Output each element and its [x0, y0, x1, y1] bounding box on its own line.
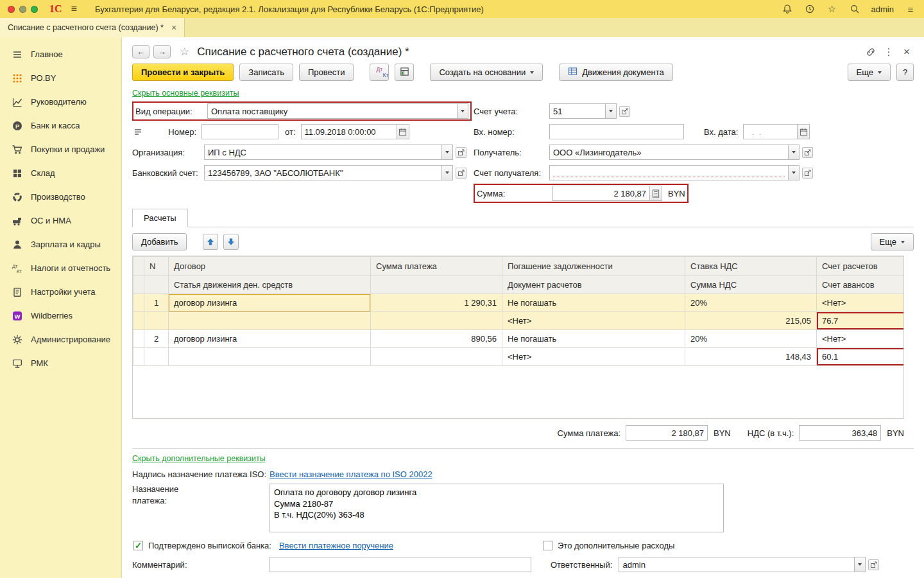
history-icon[interactable]: [804, 3, 816, 15]
col-vat-rate[interactable]: Ставка НДС: [685, 257, 817, 276]
operation-dropdown-button[interactable]: [458, 103, 468, 119]
bank-account-dropdown-button[interactable]: [442, 165, 453, 180]
cell-vat-amount[interactable]: 215,05: [685, 312, 817, 330]
window-close-button[interactable]: [8, 6, 15, 13]
hide-main-requisites-link[interactable]: Скрыть основные реквизиты: [132, 89, 239, 98]
cell-settlement-account[interactable]: <Нет>: [817, 294, 905, 312]
date-calendar-button[interactable]: [397, 124, 409, 139]
cell-advance-account[interactable]: 76.7: [817, 312, 905, 330]
post-button[interactable]: Провести: [299, 64, 354, 81]
responsible-field[interactable]: admin: [619, 557, 855, 572]
incoming-number-field[interactable]: [549, 124, 684, 139]
sidebar-item-purchases-sales[interactable]: Покупки и продажи: [0, 137, 121, 161]
number-settings-icon[interactable]: [132, 127, 144, 137]
cell-settlement-account[interactable]: <Нет>: [817, 330, 905, 348]
row-selector-cell[interactable]: [133, 294, 144, 312]
date-field[interactable]: 11.09.2018 0:00:00: [301, 124, 397, 139]
add-row-button[interactable]: Добавить: [132, 233, 187, 250]
back-button[interactable]: ←: [132, 45, 150, 58]
sidebar-item-main[interactable]: Главное: [0, 42, 121, 66]
cell-debt-repayment[interactable]: Не погашать: [502, 294, 685, 312]
favorite-star-icon[interactable]: ☆: [180, 45, 189, 58]
col-advance-account[interactable]: Счет авансов: [817, 276, 905, 294]
account-dropdown-button[interactable]: [606, 103, 617, 119]
payee-account-field[interactable]: [549, 165, 789, 180]
tab-settlements[interactable]: Расчеты: [132, 209, 188, 227]
post-and-close-button[interactable]: Провести и закрыть: [132, 64, 234, 81]
bank-account-open-button[interactable]: [456, 168, 466, 179]
sidebar-item-fixed-assets[interactable]: ОС и НМА: [0, 209, 121, 232]
payee-open-button[interactable]: [802, 147, 813, 158]
move-row-down-button[interactable]: [223, 234, 239, 250]
col-cash-flow-item[interactable]: Статья движения ден. средств: [169, 276, 371, 294]
create-based-button[interactable]: Создать на основании: [430, 64, 543, 81]
comment-field[interactable]: [270, 557, 531, 572]
window-zoom-button[interactable]: [31, 6, 38, 13]
payee-account-dropdown-button[interactable]: [789, 165, 800, 180]
row-selector-cell[interactable]: [133, 330, 144, 348]
row-selector-cell[interactable]: [133, 348, 144, 366]
payee-dropdown-button[interactable]: [789, 144, 800, 160]
table-row[interactable]: 2 договор лизинга 890,56 Не погашать 20%…: [133, 330, 905, 348]
cell-contract[interactable]: договор лизинга: [169, 294, 371, 312]
amount-field[interactable]: 2 180,87: [552, 186, 650, 201]
sidebar-item-salary-hr[interactable]: Зарплата и кадры: [0, 232, 121, 256]
sidebar-item-taxes-reports[interactable]: ДтКт Налоги и отчетность: [0, 256, 121, 280]
col-n[interactable]: N: [144, 257, 169, 276]
sidebar-item-rmk[interactable]: РМК: [0, 351, 121, 375]
tab-close-icon[interactable]: ×: [171, 22, 176, 33]
incoming-date-field[interactable]: . .: [743, 124, 798, 139]
forward-button[interactable]: →: [153, 45, 171, 58]
sidebar-item-wildberries[interactable]: W Wildberries: [0, 304, 121, 328]
help-button[interactable]: ?: [896, 64, 914, 81]
table-row[interactable]: 1 договор лизинга 1 290,31 Не погашать 2…: [133, 294, 905, 312]
cell-vat-amount[interactable]: 148,43: [685, 348, 817, 366]
accounting-account-field[interactable]: 51: [549, 103, 606, 119]
account-open-button[interactable]: [619, 106, 630, 117]
col-payment-amount[interactable]: Сумма платежа: [371, 257, 502, 276]
payee-field[interactable]: ООО «Лизингодатель»: [549, 144, 789, 160]
sidebar-item-warehouse[interactable]: Склад: [0, 161, 121, 185]
cell-settlement-document[interactable]: <Нет>: [502, 348, 685, 366]
cell-cash-flow-item[interactable]: [169, 312, 371, 330]
cell-n[interactable]: 2: [144, 330, 169, 348]
col-debt-repayment[interactable]: Погашение задолженности: [502, 257, 685, 276]
bank-account-field[interactable]: 123456789, ЗАО "АБСОЛЮТБАНК": [204, 165, 442, 180]
organization-open-button[interactable]: [456, 147, 466, 158]
col-settlement-account[interactable]: Счет расчетов: [817, 257, 905, 276]
bank-statement-checkbox[interactable]: ✓: [133, 541, 143, 550]
sidebar-item-roby[interactable]: РО.BY: [0, 66, 121, 90]
payee-account-open-button[interactable]: [802, 168, 813, 179]
amount-calculator-button[interactable]: [650, 186, 662, 201]
responsible-open-button[interactable]: [868, 559, 879, 570]
more-button[interactable]: Еще: [848, 64, 891, 81]
get-link-icon[interactable]: [864, 46, 878, 58]
table-row[interactable]: <Нет> 148,43 60.1: [133, 348, 905, 366]
tab-document[interactable]: Списание с расчетного счета (создание) *…: [0, 18, 185, 37]
cell-payment-amount[interactable]: 890,56: [371, 330, 502, 348]
service-menu-icon[interactable]: ≡: [905, 3, 916, 15]
favorites-star-icon[interactable]: ☆: [826, 3, 838, 15]
cell-n[interactable]: 1: [144, 294, 169, 312]
sidebar-item-manager[interactable]: Руководителю: [0, 90, 121, 114]
sidebar-item-administration[interactable]: Администрирование: [0, 328, 121, 351]
cell-vat-rate[interactable]: 20%: [685, 294, 817, 312]
document-movements-button[interactable]: Движения документа: [559, 64, 672, 81]
cell-cash-flow-item[interactable]: [169, 348, 371, 366]
cell-advance-account[interactable]: 60.1: [817, 348, 905, 366]
number-field[interactable]: [201, 124, 278, 139]
col-settlement-document[interactable]: Документ расчетов: [502, 276, 685, 294]
cell-payment-amount[interactable]: 1 290,31: [371, 294, 502, 312]
user-menu[interactable]: admin: [871, 4, 894, 14]
cell-vat-rate[interactable]: 20%: [685, 330, 817, 348]
cell-contract[interactable]: договор лизинга: [169, 330, 371, 348]
move-row-up-button[interactable]: [203, 234, 218, 250]
enter-payment-order-link[interactable]: Ввести платежное поручение: [279, 541, 393, 550]
sidebar-item-production[interactable]: Производство: [0, 185, 121, 209]
kebab-menu-icon[interactable]: ⋮: [882, 46, 896, 58]
additional-expenses-checkbox[interactable]: [543, 541, 552, 550]
search-icon[interactable]: [849, 3, 860, 15]
col-contract[interactable]: Договор: [169, 257, 371, 276]
responsible-dropdown-button[interactable]: [855, 557, 866, 572]
report-button[interactable]: [395, 64, 414, 81]
